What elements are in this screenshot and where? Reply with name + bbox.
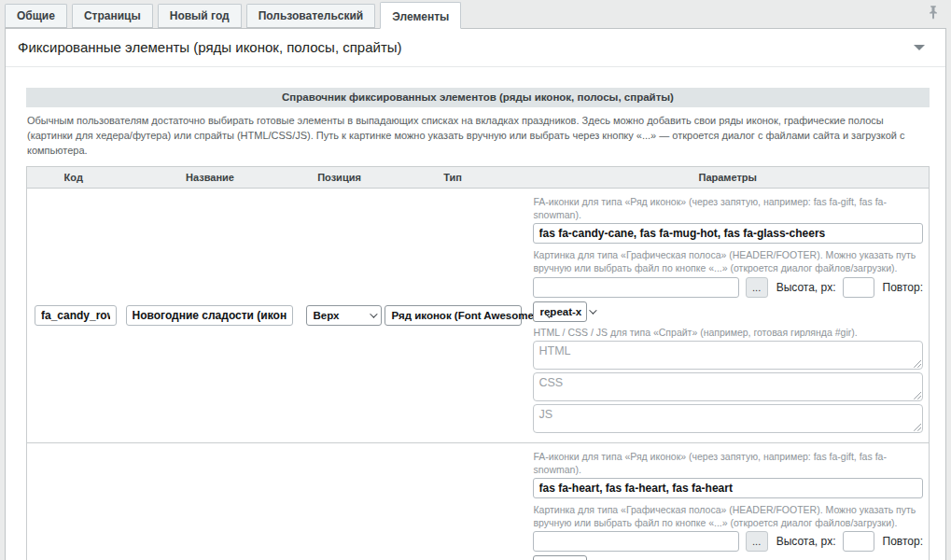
table-header-row: Код Название Позиция Тип Параметры (27, 166, 930, 188)
fa-icons-label: FA-иконки для типа «Ряд иконок» (через з… (534, 195, 923, 221)
height-label: Высота, px: (776, 535, 836, 548)
column-header-code: Код (27, 166, 120, 188)
position-select-value: Верх (314, 310, 340, 321)
chevron-down-icon (370, 310, 377, 317)
tab-polzovatelskij[interactable]: Пользовательский (246, 4, 376, 28)
height-input[interactable] (843, 277, 874, 298)
image-row: ... Высота, px: Повтор: (533, 531, 924, 552)
column-header-params: Параметры (527, 166, 930, 188)
pin-icon[interactable] (927, 5, 940, 20)
title-row: Фиксированные элементы (ряды иконок, пол… (6, 29, 945, 67)
fa-icons-input[interactable] (533, 478, 924, 498)
column-header-position: Позиция (301, 166, 379, 188)
tab-obshchie[interactable]: Общие (5, 4, 67, 28)
fa-icons-input[interactable] (533, 223, 924, 244)
table-row: Низ Ряд иконок (Font Awesome) FA-иконки … (27, 442, 930, 560)
image-row: ... Высота, px: Повтор: (533, 277, 924, 298)
collapse-caret-icon[interactable] (914, 45, 925, 50)
browse-button[interactable]: ... (746, 277, 768, 298)
table-row: Верх Ряд иконок (Font Awesome) FA-иконки… (27, 188, 930, 442)
type-select-value: Ряд иконок (Font Awesome) (392, 310, 538, 321)
image-path-input[interactable] (533, 531, 739, 552)
js-textarea[interactable] (533, 404, 924, 433)
height-input[interactable] (843, 531, 874, 552)
fa-icons-label: FA-иконки для типа «Ряд иконок» (через з… (534, 450, 923, 476)
tab-novyj-god[interactable]: Новый год (158, 4, 242, 28)
image-path-input[interactable] (533, 277, 739, 298)
elements-table: Код Название Позиция Тип Параметры Верх (26, 166, 930, 560)
repeat-select[interactable]: repeat-x (533, 301, 587, 322)
html-textarea[interactable] (533, 341, 924, 370)
section-header: Справочник фиксированных элементов (ряды… (26, 88, 930, 107)
tab-stranitsy[interactable]: Страницы (72, 4, 153, 28)
image-label: Картинка для типа «Графическая полоса» (… (534, 503, 923, 529)
column-header-type: Тип (379, 166, 527, 188)
name-input[interactable] (126, 305, 293, 326)
tab-elementy[interactable]: Элементы (380, 2, 461, 29)
column-header-name: Название (120, 166, 301, 188)
page-title: Фиксированные элементы (ряды иконок, пол… (18, 39, 402, 55)
position-select[interactable]: Верх (306, 305, 382, 326)
repeat-select[interactable]: repeat-x (533, 555, 587, 560)
type-select[interactable]: Ряд иконок (Font Awesome) (385, 305, 522, 326)
section-description: Обычным пользователям достаточно выбират… (27, 114, 929, 159)
image-label: Картинка для типа «Графическая полоса» (… (534, 248, 923, 274)
repeat-label: Повтор: (883, 281, 923, 294)
content-panel: Фиксированные элементы (ряды иконок, пол… (5, 28, 946, 560)
height-label: Высота, px: (776, 281, 836, 294)
repeat-label: Повтор: (883, 535, 923, 548)
chevron-down-icon (589, 306, 596, 314)
browse-button[interactable]: ... (746, 531, 768, 552)
fixed-elements-section: Справочник фиксированных элементов (ряды… (6, 67, 945, 560)
sprite-label: HTML / CSS / JS для типа «Спрайт» (напри… (534, 326, 923, 339)
code-input[interactable] (35, 305, 117, 326)
css-textarea[interactable] (533, 372, 924, 401)
tab-bar: Общие Страницы Новый год Пользовательски… (0, 0, 951, 28)
